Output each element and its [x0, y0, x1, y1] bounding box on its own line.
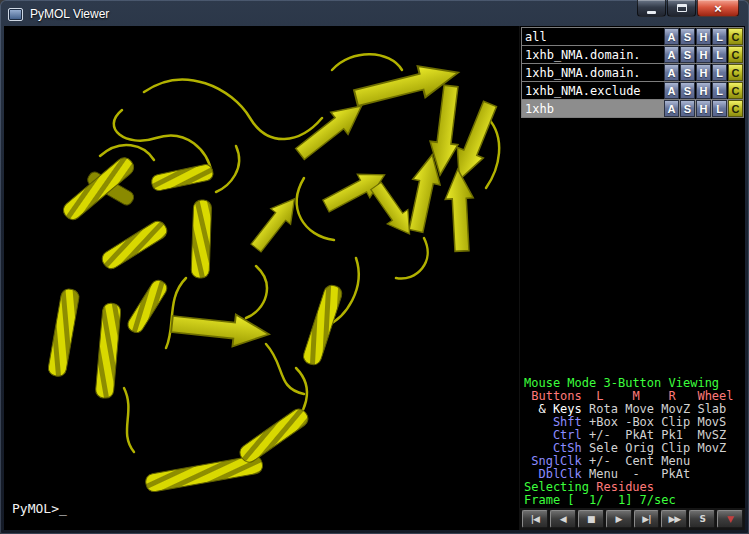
- object-list: allASHLC1xhb_NMA.domain.ASHLC1xhb_NMA.do…: [520, 26, 745, 117]
- scene-button[interactable]: S: [689, 510, 715, 528]
- internal-gui-panel: allASHLC1xhb_NMA.domain.ASHLC1xhb_NMA.do…: [519, 26, 745, 530]
- close-icon: ×: [714, 1, 722, 16]
- step-forward-button[interactable]: ▶|: [634, 510, 660, 528]
- window-controls: ×: [637, 0, 739, 17]
- object-label-button[interactable]: L: [712, 100, 727, 117]
- pymol-viewer-window: PyMOL Viewer ×: [0, 0, 749, 534]
- command-prompt[interactable]: PyMOL>_: [12, 501, 67, 516]
- maximize-icon: [677, 4, 687, 12]
- object-action-button[interactable]: A: [664, 46, 679, 63]
- mouse-panel[interactable]: Mouse Mode 3-Button Viewing Buttons L M …: [520, 375, 745, 508]
- window-title: PyMOL Viewer: [30, 7, 109, 21]
- object-color-button[interactable]: C: [728, 82, 743, 99]
- object-label-button[interactable]: L: [712, 28, 727, 45]
- mouse-panel-line: Frame [ 1/ 1] 7/sec: [524, 494, 745, 507]
- object-label-button[interactable]: L: [712, 64, 727, 81]
- object-show-button[interactable]: S: [680, 82, 695, 99]
- object-name-label[interactable]: 1xhb: [522, 102, 663, 116]
- object-row[interactable]: 1xhb_NMA.domain.ASHLC: [521, 63, 744, 82]
- object-color-button[interactable]: C: [728, 100, 743, 117]
- minimize-icon: [647, 11, 656, 14]
- object-show-button[interactable]: S: [680, 64, 695, 81]
- maximize-button[interactable]: [667, 0, 696, 17]
- object-action-button[interactable]: A: [664, 82, 679, 99]
- object-row[interactable]: 1xhb_NMA.excludeASHLC: [521, 81, 744, 100]
- object-name-label[interactable]: 1xhb_NMA.exclude: [522, 84, 663, 98]
- object-hide-button[interactable]: H: [696, 28, 711, 45]
- object-hide-button[interactable]: H: [696, 100, 711, 117]
- object-row[interactable]: 1xhbASHLC: [521, 99, 744, 118]
- object-color-button[interactable]: C: [728, 64, 743, 81]
- object-hide-button[interactable]: H: [696, 46, 711, 63]
- object-color-button[interactable]: C: [728, 28, 743, 45]
- panel-spacer: [520, 117, 745, 375]
- object-action-button[interactable]: A: [664, 64, 679, 81]
- object-name-label[interactable]: 1xhb_NMA.domain.: [522, 66, 663, 80]
- object-hide-button[interactable]: H: [696, 82, 711, 99]
- 3d-viewport[interactable]: PyMOL>_: [4, 26, 519, 530]
- step-back-button[interactable]: ◀: [550, 510, 576, 528]
- protein-cartoon: [4, 26, 519, 530]
- hide-panel-button[interactable]: ▼: [717, 510, 743, 528]
- object-show-button[interactable]: S: [680, 100, 695, 117]
- client-area: PyMOL>_ allASHLC1xhb_NMA.domain.ASHLC1xh…: [4, 26, 745, 530]
- object-name-label[interactable]: all: [522, 30, 663, 44]
- rewind-button[interactable]: |◀: [522, 510, 548, 528]
- object-color-button[interactable]: C: [728, 46, 743, 63]
- object-hide-button[interactable]: H: [696, 64, 711, 81]
- object-label-button[interactable]: L: [712, 46, 727, 63]
- minimize-button[interactable]: [637, 0, 666, 17]
- object-row[interactable]: 1xhb_NMA.domain.ASHLC: [521, 45, 744, 64]
- playback-bar: |◀◀■▶▶|▶▶S▼: [520, 508, 745, 530]
- stop-button[interactable]: ■: [578, 510, 604, 528]
- object-show-button[interactable]: S: [680, 28, 695, 45]
- object-show-button[interactable]: S: [680, 46, 695, 63]
- title-bar[interactable]: PyMOL Viewer ×: [4, 0, 745, 26]
- close-button[interactable]: ×: [697, 0, 739, 17]
- object-row[interactable]: allASHLC: [521, 27, 744, 46]
- fast-forward-button[interactable]: ▶▶: [661, 510, 687, 528]
- object-name-label[interactable]: 1xhb_NMA.domain.: [522, 48, 663, 62]
- object-label-button[interactable]: L: [712, 82, 727, 99]
- app-icon: [8, 8, 23, 21]
- object-action-button[interactable]: A: [664, 28, 679, 45]
- object-action-button[interactable]: A: [664, 100, 679, 117]
- play-button[interactable]: ▶: [606, 510, 632, 528]
